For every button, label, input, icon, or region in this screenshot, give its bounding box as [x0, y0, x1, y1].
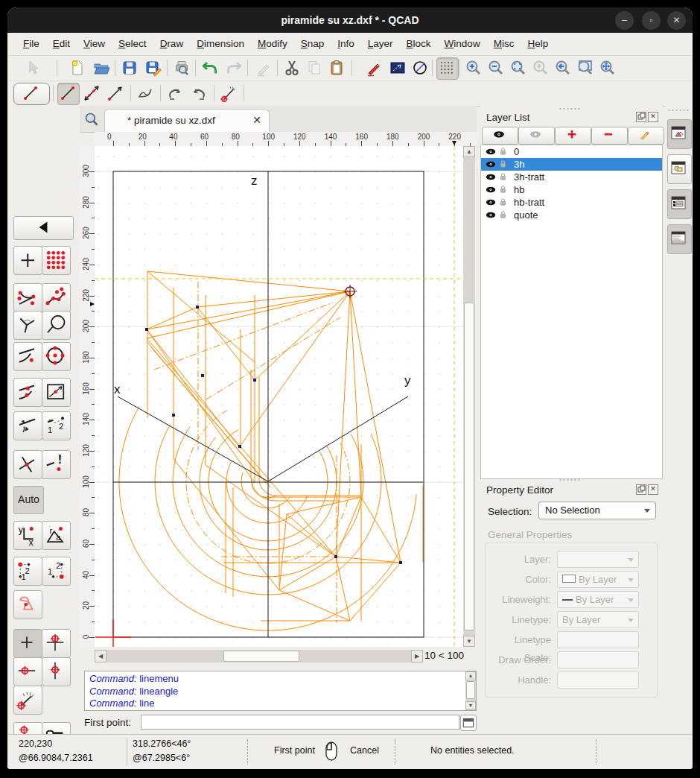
dock-list-toggle-button[interactable]	[667, 189, 692, 219]
property-input[interactable]	[557, 651, 639, 668]
eye-black-button[interactable]	[482, 127, 518, 145]
scroll-down-arrow[interactable]: ▼	[463, 636, 475, 647]
point-grid-button[interactable]	[42, 246, 71, 275]
menu-draw[interactable]: Draw	[153, 33, 191, 54]
property-dropdown[interactable]	[557, 551, 639, 568]
scroll-left-arrow[interactable]: ◀	[95, 650, 106, 662]
property-dropdown[interactable]: By Layer	[557, 591, 639, 608]
panel-drag-handle[interactable]	[559, 478, 581, 481]
command-scroll-down[interactable]: ▼	[465, 701, 476, 710]
grid-toggle-button[interactable]	[436, 57, 459, 80]
dock-layers-toggle-button[interactable]	[667, 119, 692, 149]
command-scrollbar[interactable]: ▲ ▼	[465, 671, 476, 710]
point-exclaim-button[interactable]: !	[42, 450, 71, 479]
cut-button[interactable]	[281, 57, 302, 78]
minus-red-button[interactable]	[591, 127, 628, 145]
eye-icon[interactable]	[484, 158, 497, 171]
zoom-out-button[interactable]	[486, 57, 506, 78]
menu-select[interactable]: Select	[112, 33, 153, 54]
redo-button[interactable]	[223, 57, 244, 78]
spline-points-button[interactable]	[13, 283, 42, 312]
zoom-auto-button[interactable]	[508, 57, 529, 78]
snap-vertical-button[interactable]	[42, 657, 71, 686]
restrict-shape-button[interactable]	[13, 590, 42, 619]
two-points-12-button[interactable]: 21	[42, 411, 71, 440]
eye-gray-button[interactable]	[518, 127, 555, 145]
zoom-window-button[interactable]	[575, 57, 596, 78]
snap-grid-cross-button[interactable]	[42, 629, 71, 658]
tangent-arc-button[interactable]	[13, 342, 42, 371]
menu-edit[interactable]: Edit	[46, 33, 77, 54]
scroll-up-arrow[interactable]: ▲	[463, 146, 475, 157]
horizontal-scroll-thumb[interactable]	[223, 651, 299, 662]
cad-canvas[interactable]: zxy	[95, 146, 463, 647]
toggle-command-panel-button[interactable]	[460, 715, 477, 731]
maximize-button[interactable]: ▫	[642, 11, 661, 30]
coord-ra-button[interactable]: ra	[42, 521, 71, 550]
lock-icon[interactable]	[497, 158, 509, 171]
zoom-pan-button[interactable]	[597, 57, 618, 78]
lock-icon[interactable]	[497, 183, 509, 196]
menu-misc[interactable]: Misc	[487, 33, 521, 54]
float-panel-icon[interactable]	[636, 484, 646, 495]
document-tab[interactable]: * piramide su xz.dxf ✕	[104, 109, 270, 133]
eye-icon[interactable]	[484, 196, 497, 209]
zoom-back-button[interactable]	[553, 57, 573, 78]
command-scroll-thumb[interactable]	[466, 681, 475, 699]
zoom-previous-button[interactable]	[530, 57, 551, 78]
menu-file[interactable]: File	[16, 33, 46, 54]
line-freehand-button[interactable]	[135, 83, 156, 104]
tab-close-icon[interactable]: ✕	[252, 114, 261, 126]
snap-horizontal-button[interactable]	[13, 657, 42, 686]
line-angle-button[interactable]	[218, 83, 239, 104]
command-scroll-up[interactable]: ▲	[465, 671, 476, 680]
command-input[interactable]	[141, 715, 459, 730]
layer-row-hb[interactable]: hb	[481, 183, 662, 196]
circle-none-button[interactable]	[410, 57, 430, 78]
angle-vertex-button[interactable]	[13, 311, 42, 340]
open-folder-button[interactable]	[91, 57, 112, 78]
menu-snap[interactable]: Snap	[294, 33, 331, 54]
eye-icon[interactable]	[484, 183, 497, 196]
polyline-spline-button[interactable]	[165, 83, 185, 104]
layer-row-quote[interactable]: quote	[481, 209, 662, 221]
vertical-scroll-thumb[interactable]	[464, 303, 474, 630]
property-input[interactable]	[557, 631, 639, 648]
ortho-arrows-button[interactable]	[13, 411, 42, 440]
line-2p-button[interactable]	[57, 83, 80, 105]
copy-button[interactable]	[304, 57, 325, 78]
selection-dropdown[interactable]: No Selection	[538, 502, 656, 519]
dock-blocks-toggle-button[interactable]	[667, 154, 692, 184]
layer-row-0[interactable]: 0	[481, 145, 662, 158]
dist-21-button[interactable]: 21	[42, 557, 71, 586]
coord-xy-button[interactable]: yx	[13, 521, 42, 550]
menu-window[interactable]: Window	[438, 33, 487, 54]
selection-box-button[interactable]	[387, 57, 408, 78]
menu-info[interactable]: Info	[331, 33, 361, 54]
vertical-scrollbar[interactable]: ▲ ▼	[463, 146, 475, 647]
circle-point-button[interactable]	[42, 311, 71, 340]
layer-row-hb-tratt[interactable]: hb-tratt	[481, 196, 662, 209]
menu-block[interactable]: Block	[400, 33, 438, 54]
close-panel-icon[interactable]: ✕	[648, 112, 658, 122]
dist-12-button[interactable]: 21	[13, 557, 42, 586]
paste-button[interactable]	[326, 57, 347, 78]
close-button[interactable]: ✕	[667, 11, 686, 30]
lock-icon[interactable]	[497, 209, 509, 221]
eye-icon[interactable]	[484, 171, 497, 183]
layer-row-3h[interactable]: 3h	[481, 158, 662, 171]
draw-pen-button[interactable]	[363, 57, 384, 78]
snap-auto-button[interactable]: Auto	[13, 486, 44, 514]
lock-icon[interactable]	[497, 171, 509, 183]
property-input[interactable]	[557, 671, 639, 689]
eye-icon[interactable]	[484, 145, 497, 158]
menu-dimension[interactable]: Dimension	[190, 33, 251, 54]
command-history-panel[interactable]: Command: linemenuCommand: lineangleComma…	[84, 671, 477, 711]
plus-red-button[interactable]	[555, 127, 591, 145]
snap-angle-button[interactable]	[13, 686, 42, 715]
dock-command-toggle-button[interactable]	[667, 224, 692, 254]
snap-free-button[interactable]	[13, 629, 42, 658]
select-arrow-button[interactable]	[22, 57, 43, 78]
intersection-x-button[interactable]	[13, 450, 42, 479]
float-panel-icon[interactable]	[636, 112, 646, 122]
